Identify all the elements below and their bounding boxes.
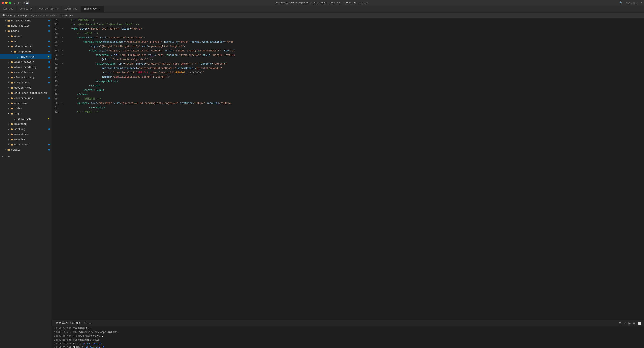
tabbar: App.vue config.js vue.config.js login.vu… [0,5,644,12]
terminal-link-1[interactable]: at_App.vue:12 [83,343,101,345]
item-label: node_modules [11,24,48,27]
svg-rect-26 [11,92,13,94]
breadcrumb-part-2[interactable]: pages [30,14,37,17]
fold-arrow[interactable]: ▼ [61,49,64,53]
fold-arrow[interactable]: ▼ [61,27,64,31]
sidebar-item-work-order[interactable]: ▶ work-order [0,142,52,147]
svg-rect-18 [11,72,13,73]
code-content: <!-- @touchstart="start" @touchend="end"… [64,22,644,27]
tab-login-vue[interactable]: login.vue [61,5,81,12]
sidebar-item-ad[interactable]: ▶ ad [0,39,52,44]
fold-arrow[interactable]: ▼ [61,53,64,57]
item-label: edit-user-information [14,92,50,94]
tab-app-vue[interactable]: App.vue [0,5,16,12]
fold-arrow[interactable]: ▼ [61,40,64,44]
terminal-icon-3[interactable]: ▶ [628,321,631,325]
svg-rect-16 [11,66,13,68]
code-content: <swiperAction :obj="item" :style="index>… [64,62,644,66]
tab-vue-config-js[interactable]: vue.config.js [36,5,61,12]
sidebar-item-equipment[interactable]: ▶ equipment [0,101,52,106]
svg-rect-30 [11,103,13,104]
sidebar-item-alarm-center[interactable]: ▼ alarm-center [0,44,52,49]
line-number: 49 [52,97,61,101]
fold-arrow[interactable]: ▼ [61,35,64,40]
expand-arrow-icon: ▶ [7,65,10,69]
sidebar-item-webview[interactable]: ▶ webview [0,137,52,142]
sidebar-item-static[interactable]: ▶ static [0,147,52,152]
breadcrumb-part-3[interactable]: alarm-center [40,14,57,17]
search-icon[interactable]: 🔍 [619,1,622,4]
sidebar-item-playback[interactable]: ▶ playback [0,121,52,126]
sidebar-icon-1[interactable]: ⊡ [2,155,3,158]
code-content: <view class="" v-if="current==0?true:fal… [64,35,644,40]
terminal-link-2[interactable]: at_App.vue:13 [86,346,104,348]
terminal-icon-5[interactable]: ⬜ [638,321,642,325]
sidebar-item-components[interactable]: ▶ components [0,49,52,54]
folder-icon [10,127,14,131]
expand-arrow-icon: ▶ [7,138,10,141]
breadcrumb-part-1[interactable]: discovery-new-app [2,14,27,17]
sidebar-item-cancellation[interactable]: ▶ cancellation [0,70,52,75]
search-file-input[interactable]: 输入文件名 [626,1,638,4]
code-editor[interactable]: 31 <!-- 内容区域 --> 32 <!-- @touchstart="st… [52,18,644,320]
line-number: 42 [52,66,61,70]
sidebar-item-user-tree[interactable]: ▶ user-tree [0,132,52,137]
tab-config-js[interactable]: config.js [16,5,36,12]
terminal-line-4: 18:30:55.536 同步手机端程序文件完成 [54,338,642,342]
folder-open-icon [7,29,10,32]
breadcrumb-part-4[interactable]: index.vue [60,14,73,17]
modified-m-badge: M [48,118,49,120]
tab-index-vue[interactable]: index.vue ✕ [81,5,104,12]
sidebar-item-pages[interactable]: ▼ pages [0,28,52,33]
terminal-tab[interactable]: discovery-new-app - iP... [54,321,93,325]
window-title: discovery-new-app/pages/alarm-center/ind… [276,1,368,4]
vue-file-icon: V [14,117,17,120]
sidebar-item-alarm-details[interactable]: ▶ alarm-details [0,59,52,64]
item-label: setting [14,128,48,131]
main-area: ▶ nativePlugins ▶ node_modules ▼ pages [0,18,644,348]
line-number: 52 [52,110,61,114]
sidebar-item-login[interactable]: ▼ login [0,111,52,116]
nav-back-button[interactable]: ◀ [13,1,16,5]
terminal-icon-2[interactable]: ↗ [623,321,626,325]
sidebar-item-cloud-library[interactable]: ▶ cloud-library [0,75,52,80]
sidebar-item-index[interactable]: ▶ index [0,106,52,111]
new-file-icon[interactable]: ⊞ [23,1,25,4]
line-number: 31 [52,18,61,22]
svg-rect-40 [11,134,13,135]
tab-close-icon[interactable]: ✕ [98,7,100,11]
sidebar-item-device-tree[interactable]: ▶ device-tree [0,85,52,90]
svg-rect-9 [11,46,12,46]
fold-arrow[interactable]: ▼ [61,101,64,105]
sidebar-item-login-vue[interactable]: ▶ V login.vue M [0,116,52,121]
save-icon[interactable]: 💾 [26,1,29,4]
svg-rect-22 [11,82,13,83]
item-label: nativePlugins [11,19,48,22]
code-area[interactable]: 31 <!-- 内容区域 --> 32 <!-- @touchstart="st… [52,18,644,320]
close-button[interactable] [2,1,4,4]
svg-rect-36 [11,123,13,125]
maximize-button[interactable] [9,1,11,4]
fold-arrow[interactable]: ▼ [61,62,64,66]
filter-icon[interactable]: ▼ [641,1,642,4]
code-content: :style="{height:listHeight+'px'}" v-if="… [64,44,644,49]
sidebar-item-index-vue[interactable]: ▶ V index.vue M [0,54,52,59]
sidebar-item-edit-user-information[interactable]: ▶ edit-user-information [0,90,52,95]
sidebar-item-setting[interactable]: ▶ setting [0,126,52,132]
sidebar-item-node_modules[interactable]: ▶ node_modules [0,23,52,28]
sidebar-icon-3[interactable]: ↻ [8,155,10,158]
expand-arrow-icon: ▼ [4,29,7,32]
minimize-button[interactable] [5,1,8,4]
sidebar-icon-2[interactable]: ↺ [5,155,6,158]
terminal-icon-4[interactable]: ◼ [633,321,636,325]
nav-forward-button[interactable]: ▶ [18,1,21,5]
expand-arrow-icon: ▶ [7,107,10,110]
line-number: 40 [52,57,61,62]
sidebar-item-components2[interactable]: ▶ components [0,80,52,85]
sidebar-item-nativePlugins[interactable]: ▶ nativePlugins [0,18,52,23]
sidebar-item-electron-map[interactable]: ▶ electron-map [0,95,52,101]
terminal-icon-1[interactable]: ⊞ [618,321,622,325]
sidebar-item-alarm-handling[interactable]: ▶ alarm-handling [0,64,52,70]
sidebar-item-about[interactable]: ▶ about [0,33,52,39]
svg-rect-46 [8,149,10,151]
